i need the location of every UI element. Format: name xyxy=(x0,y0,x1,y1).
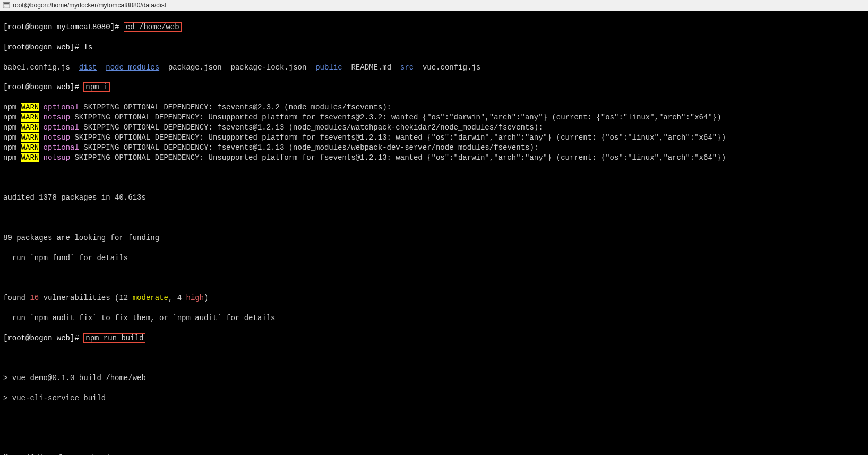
window-title: root@bogon:/home/mydocker/mytomcat8080/d… xyxy=(13,1,166,10)
blank-line xyxy=(3,353,865,363)
highlighted-command: npm run build xyxy=(83,333,145,343)
npm-warn-line: npm WARN notsup SKIPPING OPTIONAL DEPEND… xyxy=(3,153,865,163)
dir: src xyxy=(400,63,414,72)
build-line: > vue_demo@0.1.0 build /home/web xyxy=(3,373,865,383)
dir: node_modules xyxy=(106,63,159,72)
file: vue.config.js xyxy=(423,63,480,72)
shell-line: [root@bogon web]# npm i xyxy=(3,82,865,92)
blank-line xyxy=(3,213,865,223)
audit-fix-line: run `npm audit fix` to fix them, or `npm… xyxy=(3,313,865,323)
warn-tag: notsup xyxy=(39,133,70,142)
shell-prompt: [root@bogon web]# xyxy=(3,83,83,91)
build-line: > vue-cli-service build xyxy=(3,393,865,404)
shell-line: [root@bogon mytomcat8080]# cd /home/web xyxy=(3,22,865,32)
file: package-lock.json xyxy=(231,63,307,72)
dir: public xyxy=(315,63,342,72)
npm-warn-line: npm WARN optional SKIPPING OPTIONAL DEPE… xyxy=(3,143,865,153)
npm-warn-line: npm WARN notsup SKIPPING OPTIONAL DEPEND… xyxy=(3,113,865,123)
warn-tag: notsup xyxy=(39,153,70,162)
ls-output: babel.config.js dist node_modules packag… xyxy=(3,63,865,73)
npm-warn-block: npm WARN optional SKIPPING OPTIONAL DEPE… xyxy=(3,102,865,162)
npm-warn-line: npm WARN notsup SKIPPING OPTIONAL DEPEND… xyxy=(3,133,865,143)
blank-line xyxy=(3,414,865,424)
warn-tag: optional xyxy=(39,123,79,132)
vuln-line: found 16 vulnerabilities (12 moderate, 4… xyxy=(3,293,865,303)
shell-line: [root@bogon web]# npm run build xyxy=(3,333,865,344)
warn-tag: optional xyxy=(39,103,79,111)
file: README.md xyxy=(351,63,391,72)
funding-line: 89 packages are looking for funding xyxy=(3,233,865,243)
highlighted-command: npm i xyxy=(83,82,110,92)
warn-tag: notsup xyxy=(39,113,70,122)
warn-badge: WARN xyxy=(21,133,39,142)
blank-line xyxy=(3,434,865,444)
dir: dist xyxy=(79,63,97,72)
terminal-viewport[interactable]: [root@bogon mytomcat8080]# cd /home/web … xyxy=(0,11,868,455)
funding-detail: run `npm fund` for details xyxy=(3,253,865,263)
warn-tag: optional xyxy=(39,143,79,152)
file: package.json xyxy=(168,63,222,72)
npm-warn-line: npm WARN optional SKIPPING OPTIONAL DEPE… xyxy=(3,123,865,133)
blank-line xyxy=(3,273,865,283)
window-title-bar: root@bogon:/home/mydocker/mytomcat8080/d… xyxy=(0,0,868,11)
svg-rect-1 xyxy=(4,3,10,5)
shell-prompt: [root@bogon web]# xyxy=(3,334,83,342)
warn-badge: WARN xyxy=(21,113,39,122)
shell-prompt: [root@bogon mytomcat8080]# xyxy=(3,23,124,31)
file: babel.config.js xyxy=(3,63,70,72)
blank-line xyxy=(3,173,865,183)
npm-warn-line: npm WARN optional SKIPPING OPTIONAL DEPE… xyxy=(3,102,865,113)
warn-badge: WARN xyxy=(21,123,39,132)
warn-badge: WARN xyxy=(21,153,39,162)
warn-badge: WARN xyxy=(21,143,39,152)
audit-line: audited 1378 packages in 40.613s xyxy=(3,193,865,203)
shell-line: [root@bogon web]# ls xyxy=(3,42,865,53)
terminal-icon xyxy=(2,1,11,10)
highlighted-command: cd /home/web xyxy=(124,22,182,32)
warn-badge: WARN xyxy=(21,103,39,111)
